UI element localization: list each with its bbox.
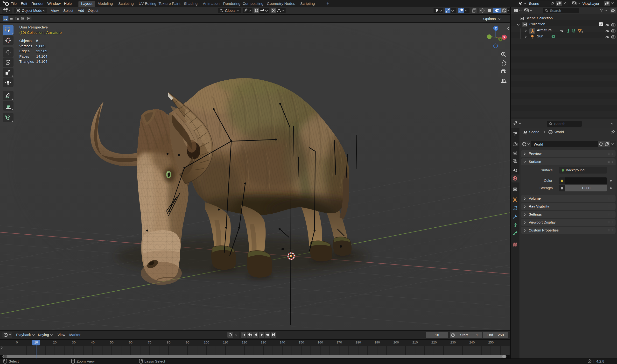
svg-text:Y: Y (500, 38, 501, 41)
svg-text:X: X (503, 36, 505, 39)
svg-text:Z: Z (495, 27, 497, 30)
svg-text:3: 3 (581, 31, 583, 33)
